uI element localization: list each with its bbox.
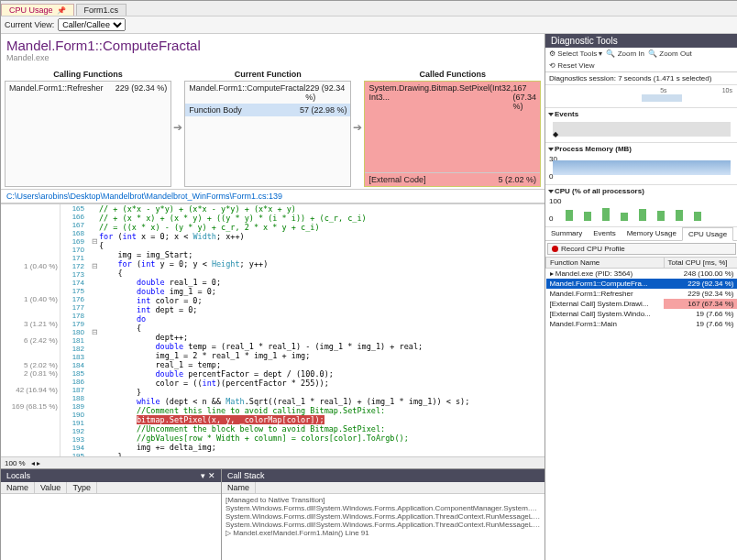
events-track[interactable]: ⏸ ◆ — [549, 120, 734, 138]
record-icon — [552, 246, 558, 252]
cpu-table-row[interactable]: [External Call] System.Windo...19 (7.66 … — [546, 309, 738, 319]
cpu-chart[interactable]: 100 0 — [549, 197, 734, 223]
cpu-function-table[interactable]: Function NameTotal CPU [ms, %] ▸ Mandel.… — [545, 257, 737, 329]
cpu-table-row[interactable]: Mandel.Form1::Refresher229 (92.34 %) — [546, 289, 738, 299]
called-footer[interactable]: [External Code]5 (2.02 %) — [365, 172, 540, 186]
locals-body — [1, 494, 221, 560]
document-tabs: CPU Usage📌 Form1.cs — [1, 1, 737, 16]
current-view-select[interactable]: Caller/Callee — [58, 18, 126, 31]
called-box[interactable]: System.Drawing.Bitmap.SetPixel(Int32, In… — [364, 81, 541, 187]
calling-item[interactable]: Mandel.Form1::Refresher229 (92.34 %) — [6, 82, 170, 94]
callstack-columns[interactable]: Name — [222, 482, 544, 494]
file-path[interactable]: C:\Users\arobins\Desktop\Mandelbrot\Mand… — [1, 189, 544, 203]
fold-gutter[interactable]: ⊟ ⊟ ⊟ ⊡ — [90, 204, 99, 456]
line-numbers: 1651661671681691701711721731741751761771… — [60, 204, 90, 456]
timeline-ruler[interactable]: 5s 10s — [549, 87, 734, 105]
tab-cpu-usage[interactable]: CPU Usage📌 — [1, 4, 74, 16]
expand-icon[interactable] — [548, 113, 554, 116]
cpu-table-row[interactable]: Mandel.Form1::ComputeFra...229 (92.34 %) — [546, 279, 738, 289]
zoom-bar[interactable]: 100 %◂ ▸ — [1, 456, 544, 468]
code-text[interactable]: // + (x*x - y*y) + (x*x - y*y) + (x*x + … — [99, 204, 544, 456]
callstack-body[interactable]: [Managed to Native Transition]System.Win… — [222, 494, 544, 560]
diagnostic-toolbar: ⚙ Select Tools ▾ 🔍 Zoom In 🔍 Zoom Out ⟲ … — [545, 48, 737, 72]
locals-columns[interactable]: NameValueType — [1, 482, 221, 494]
expand-icon[interactable] — [548, 190, 554, 193]
cpu-table-row[interactable]: [External Call] System.Drawi...167 (67.3… — [546, 299, 738, 309]
locals-header[interactable]: Locals▾ ✕ — [1, 469, 221, 482]
zoom-in-button[interactable]: 🔍 Zoom In — [606, 49, 644, 58]
select-tools-button[interactable]: ⚙ Select Tools ▾ — [549, 49, 602, 58]
current-item-fn[interactable]: Mandel.Form1::ComputeFractal229 (92.34 %… — [185, 82, 350, 104]
current-view-label: Current View: — [5, 20, 54, 29]
called-item[interactable]: System.Drawing.Bitmap.SetPixel(Int32, In… — [365, 82, 540, 113]
callstack-row[interactable]: System.Windows.Forms.dll!System.Windows.… — [226, 504, 541, 512]
record-cpu-button[interactable]: Record CPU Profile — [547, 243, 736, 255]
memory-chart[interactable]: 30 0 — [549, 155, 734, 181]
zoom-out-button[interactable]: 🔍 Zoom Out — [648, 49, 692, 58]
pin-icon: 📌 — [57, 6, 66, 15]
calling-header: Calling Functions — [5, 68, 171, 81]
panel-menu-icon[interactable]: ▾ ✕ — [201, 471, 215, 480]
callstack-row[interactable]: System.Windows.Forms.dll!System.Windows.… — [226, 521, 541, 529]
cpu-table-row[interactable]: Mandel.Form1::Main19 (7.66 %) — [546, 319, 738, 329]
function-title: Mandel.Form1::ComputeFractal — [6, 38, 539, 53]
subtab-cpu[interactable]: CPU Usage — [682, 227, 733, 241]
current-header: Current Function — [184, 68, 351, 81]
tab-form1-cs[interactable]: Form1.cs — [76, 4, 127, 16]
function-header: Mandel.Form1::ComputeFractal Mandel.exe — [1, 34, 544, 66]
subtab-events[interactable]: Events — [588, 227, 621, 240]
hot-path-gutter: 1 (0.40 %) 1 (0.40 %) 3 (1.21 %) 6 (2.42… — [1, 204, 60, 456]
callstack-row[interactable]: System.Windows.Forms.dll!System.Windows.… — [226, 512, 541, 521]
diagnostic-title[interactable]: Diagnostic Tools — [545, 34, 737, 48]
callstack-row[interactable]: ▷ Mandel.exe!Mandel.Form1.Main() Line 91 — [226, 529, 541, 537]
diagnostic-subtabs: Summary Events Memory Usage CPU Usage — [545, 227, 737, 241]
subtab-memory[interactable]: Memory Usage — [622, 227, 682, 240]
calling-box[interactable]: Mandel.Form1::Refresher229 (92.34 %) — [5, 81, 171, 187]
arrow-right-icon: ➔ — [173, 68, 182, 187]
session-info: Diagnostics session: 7 seconds (1.471 s … — [545, 72, 737, 85]
expand-icon[interactable] — [548, 148, 554, 151]
caller-callee-view: Calling Functions Mandel.Form1::Refreshe… — [1, 66, 544, 189]
current-box[interactable]: Mandel.Form1::ComputeFractal229 (92.34 %… — [184, 81, 351, 187]
view-bar: Current View: Caller/Callee — [1, 16, 737, 34]
called-header: Called Functions — [364, 68, 541, 81]
reset-view-button[interactable]: ⟲ Reset View — [549, 61, 595, 70]
cpu-table-row[interactable]: ▸ Mandel.exe (PID: 3564)248 (100.00 %) — [546, 269, 738, 280]
callstack-row[interactable]: [Managed to Native Transition] — [226, 496, 541, 504]
arrow-right-icon: ➔ — [353, 68, 362, 187]
callstack-header[interactable]: Call Stack — [222, 469, 544, 482]
function-module: Mandel.exe — [6, 53, 539, 62]
current-item-body[interactable]: Function Body57 (22.98 %) — [185, 104, 350, 116]
subtab-summary[interactable]: Summary — [545, 227, 588, 240]
code-editor[interactable]: 1 (0.40 %) 1 (0.40 %) 3 (1.21 %) 6 (2.42… — [1, 203, 544, 456]
